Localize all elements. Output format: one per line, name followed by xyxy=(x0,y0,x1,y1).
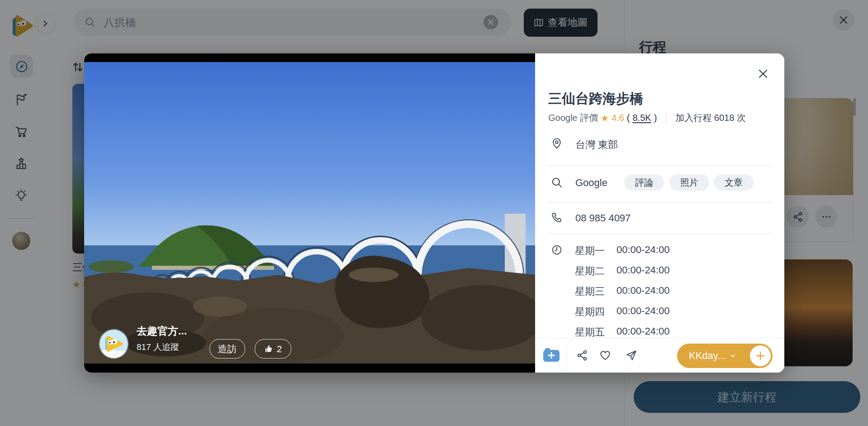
place-detail-modal: 去趣官方... 817 人追蹤 造訪 2 三仙台跨海步橋 Google 評價 ★… xyxy=(84,53,784,373)
publisher-name: 去趣官方... xyxy=(137,324,187,338)
publisher-followers: 817 人追蹤 xyxy=(137,341,179,353)
kkday-trip-label: KKday... xyxy=(689,350,726,362)
opening-hours-row: 星期四00:00-24:00 xyxy=(575,305,711,319)
clock-icon xyxy=(551,244,563,258)
place-rating-row: Google 評價 ★ 4.6 (8.5K) 加入行程 6018 次 xyxy=(548,112,746,124)
divider xyxy=(547,165,772,166)
google-reviews-button[interactable]: 評論 xyxy=(624,174,664,191)
rating-count-link[interactable]: 8.5K xyxy=(632,113,651,123)
send-button[interactable] xyxy=(626,349,637,361)
location-pin-icon xyxy=(551,138,563,151)
times-added: 加入行程 6018 次 xyxy=(675,112,746,124)
like-button[interactable]: 2 xyxy=(255,339,291,359)
rating-value: 4.6 xyxy=(612,113,624,123)
add-to-trip-button[interactable] xyxy=(750,345,771,366)
send-icon xyxy=(626,349,637,361)
vertical-divider xyxy=(666,112,666,124)
divider xyxy=(547,202,772,203)
plus-icon xyxy=(755,350,766,361)
place-photo: 去趣官方... 817 人追蹤 造訪 2 xyxy=(84,53,535,373)
divider xyxy=(547,234,772,234)
place-title: 三仙台跨海步橋 xyxy=(548,90,643,108)
bridge-photo-illustration xyxy=(84,62,535,364)
place-phone[interactable]: 08 985 4097 xyxy=(575,212,631,224)
close-icon xyxy=(758,68,768,79)
opening-hours-row: 星期二00:00-24:00 xyxy=(575,264,711,278)
divider xyxy=(566,344,567,369)
phone-icon xyxy=(551,211,563,225)
favorite-button[interactable] xyxy=(599,349,611,361)
google-label: Google xyxy=(575,177,607,189)
publisher-avatar[interactable] xyxy=(100,330,128,358)
rating-label: Google 評價 xyxy=(548,112,598,124)
visit-button[interactable]: 造訪 xyxy=(209,339,245,359)
add-photo-button[interactable] xyxy=(543,348,560,362)
google-search-icon xyxy=(551,177,563,190)
thumbs-up-icon xyxy=(264,345,273,354)
chevron-down-icon xyxy=(730,353,736,359)
share-button[interactable] xyxy=(576,349,588,361)
star-icon: ★ xyxy=(601,113,609,124)
opening-hours-row: 星期五00:00-24:00 xyxy=(575,325,711,339)
share-icon xyxy=(576,349,588,361)
camera-plus-icon xyxy=(543,348,560,362)
kkday-trip-button[interactable]: KKday... xyxy=(677,344,773,368)
google-photos-button[interactable]: 照片 xyxy=(669,174,709,191)
modal-close-button[interactable] xyxy=(755,66,771,82)
place-details: 三仙台跨海步橋 Google 評價 ★ 4.6 (8.5K) 加入行程 6018… xyxy=(535,53,784,373)
heart-icon xyxy=(599,349,611,361)
place-region: 台灣 東部 xyxy=(575,138,618,152)
publisher-logo-icon xyxy=(100,330,128,358)
opening-hours-row: 星期三00:00-24:00 xyxy=(575,285,711,298)
google-articles-button[interactable]: 文章 xyxy=(714,174,754,191)
opening-hours-row: 星期一00:00-24:00 xyxy=(575,244,711,258)
divider xyxy=(535,338,784,338)
